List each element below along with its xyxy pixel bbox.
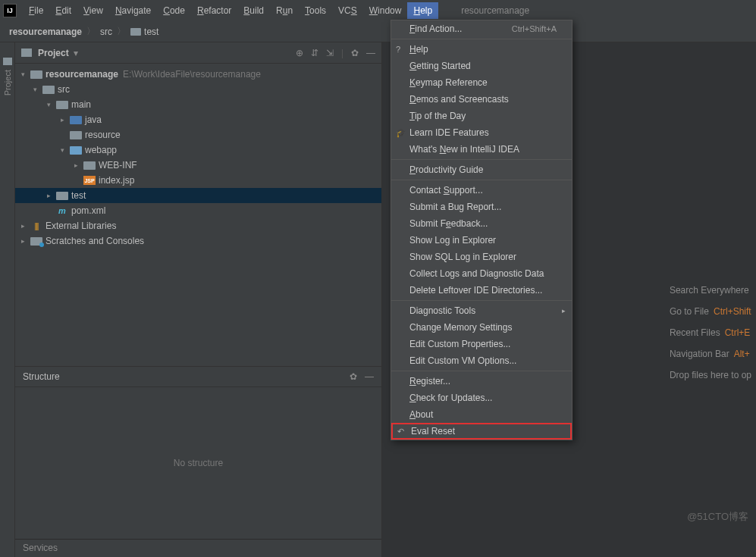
tree-test[interactable]: ▸test (15, 188, 381, 203)
breadcrumb-sep: 〉 (117, 25, 126, 38)
menu-customprops[interactable]: Edit Custom Properties... (391, 336, 572, 352)
hint-recent: Recent Files (670, 327, 720, 338)
source-folder-icon (70, 116, 82, 124)
tree-java[interactable]: ▸java (15, 112, 381, 127)
gear-icon[interactable]: ✿ (350, 371, 357, 382)
maven-file-icon: m (56, 206, 68, 215)
structure-panel-header: Structure ✿ — (15, 366, 381, 387)
window-title: resourcemanage (461, 5, 529, 16)
menu-whatsnew[interactable]: What's New in IntelliJ IDEA (391, 141, 572, 158)
project-panel-header: Project ▾ ⊕ ⇵ ⇲ | ✿ — (15, 42, 381, 64)
menu-updates[interactable]: Check for Updates... (391, 390, 572, 406)
menu-getting-started[interactable]: Getting Started (391, 58, 572, 74)
app-icon: IJ (3, 4, 17, 17)
tree-main[interactable]: ▾main (15, 97, 381, 112)
menu-separator (391, 159, 572, 160)
tool-window-bar: Project (0, 42, 15, 557)
resource-folder-icon (70, 131, 82, 139)
dropdown-arrow-icon[interactable]: ▾ (74, 48, 78, 58)
menu-register[interactable]: Register... (391, 373, 572, 390)
menu-separator (391, 300, 572, 301)
menu-support[interactable]: Contact Support... (391, 182, 572, 199)
structure-panel-title[interactable]: Structure (23, 371, 60, 382)
hint-drop: Drop files here to op (670, 370, 751, 380)
web-folder-icon (70, 146, 82, 155)
menu-run[interactable]: Run (270, 2, 299, 19)
shortcut: Ctrl+Shift (714, 306, 751, 317)
menu-about[interactable]: About (391, 406, 572, 423)
tree-pom[interactable]: mpom.xml (15, 203, 381, 218)
folder-icon (130, 28, 141, 36)
breadcrumb: resourcemanage 〉 src 〉 test (0, 21, 756, 42)
menu-sqllog[interactable]: Show SQL Log in Explorer (391, 249, 572, 265)
breadcrumb-root[interactable]: resourcemanage (9, 27, 82, 37)
undo-icon: ↶ (397, 427, 404, 437)
hide-icon[interactable]: — (365, 371, 374, 382)
tree-root[interactable]: ▾resourcemanageE:\Work\IdeaFile\resource… (15, 67, 381, 82)
menu-build[interactable]: Build (237, 2, 270, 19)
project-panel-title[interactable]: Project (38, 48, 69, 58)
collapse-icon[interactable]: ⇲ (326, 48, 334, 58)
library-icon (30, 221, 42, 230)
menu-keymap[interactable]: Keymap Reference (391, 74, 572, 91)
menu-demos[interactable]: Demos and Screencasts (391, 91, 572, 108)
menu-diagnostic[interactable]: Diagnostic Tools▸ (391, 302, 572, 319)
tree-src[interactable]: ▾src (15, 82, 381, 97)
folder-icon (56, 101, 68, 109)
menu-learn[interactable]: 🎓Learn IDE Features (391, 124, 572, 141)
tree-resource[interactable]: resource (15, 127, 381, 142)
menubar: IJ File Edit View Navigate Code Refactor… (0, 0, 756, 21)
folder-icon (83, 161, 96, 170)
tree-webapp[interactable]: ▾webapp (15, 142, 381, 158)
menu-bug[interactable]: Submit a Bug Report... (391, 199, 572, 215)
shortcut: Ctrl+E (725, 327, 751, 338)
menu-help[interactable]: Help (407, 2, 438, 19)
project-tool-label[interactable]: Project (3, 70, 12, 95)
select-opened-icon[interactable]: ⊕ (296, 48, 303, 58)
menu-showlog[interactable]: Show Log in Explorer (391, 232, 572, 249)
shortcut-placeholder (754, 285, 756, 296)
menu-eval-reset[interactable]: ↶Eval Reset (391, 423, 572, 440)
menu-refactor[interactable]: Refactor (191, 2, 237, 19)
tree-indexjsp[interactable]: JSPindex.jsp (15, 173, 381, 188)
expand-icon[interactable]: ⇵ (311, 48, 318, 58)
structure-empty: No structure (15, 387, 381, 539)
menu-customvm[interactable]: Edit Custom VM Options... (391, 352, 572, 369)
folder-icon (21, 49, 32, 57)
help-menu-dropdown: Find Action...Ctrl+Shift+A ?Help Getting… (391, 20, 572, 440)
menu-code[interactable]: Code (157, 2, 191, 19)
tree-ext-libs[interactable]: ▸External Libraries (15, 218, 381, 233)
hint-navbar: Navigation Bar (670, 349, 729, 359)
menu-collect[interactable]: Collect Logs and Diagnostic Data (391, 265, 572, 282)
tree-webinf[interactable]: ▸WEB-INF (15, 158, 381, 173)
menu-feedback[interactable]: Submit Feedback... (391, 215, 572, 232)
menu-navigate[interactable]: Navigate (109, 2, 157, 19)
menu-productivity[interactable]: Productivity Guide (391, 161, 572, 178)
menu-edit[interactable]: Edit (49, 2, 77, 19)
project-tree: ▾resourcemanageE:\Work\IdeaFile\resource… (15, 64, 381, 366)
menu-view[interactable]: View (77, 2, 109, 19)
left-panel: Project ▾ ⊕ ⇵ ⇲ | ✿ — ▾resourcemanageE:\… (15, 42, 382, 557)
menu-deletedir[interactable]: Delete Leftover IDE Directories... (391, 282, 572, 299)
breadcrumb-src[interactable]: src (100, 27, 112, 37)
graduation-icon: 🎓 (396, 128, 406, 138)
menu-vcs[interactable]: VCS (332, 2, 363, 19)
services-panel-header[interactable]: Services (15, 539, 381, 557)
menu-file[interactable]: File (23, 2, 49, 19)
menu-help-item[interactable]: ?Help (391, 41, 572, 58)
tree-scratches[interactable]: ▸Scratches and Consoles (15, 233, 381, 249)
folder-icon (42, 86, 55, 94)
menu-tip[interactable]: Tip of the Day (391, 108, 572, 124)
menu-separator (391, 180, 572, 180)
menu-tools[interactable]: Tools (299, 2, 332, 19)
project-tool-icon[interactable] (3, 58, 12, 65)
breadcrumb-leaf[interactable]: test (144, 27, 158, 37)
menu-window[interactable]: Window (363, 2, 408, 19)
welcome-hints: Search Everywhere Go to FileCtrl+Shift R… (670, 285, 756, 391)
hide-icon[interactable]: — (366, 48, 375, 58)
gear-icon[interactable]: ✿ (351, 48, 359, 58)
shortcut: Alt+ (734, 349, 750, 359)
menu-separator (391, 39, 572, 39)
menu-find-action[interactable]: Find Action...Ctrl+Shift+A (391, 20, 572, 37)
menu-memory[interactable]: Change Memory Settings (391, 319, 572, 336)
